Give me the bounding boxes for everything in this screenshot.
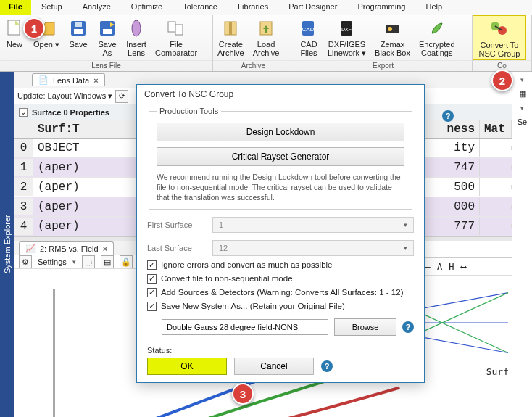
right-sidebar: ▾ ▦ ▾ Se xyxy=(512,72,532,417)
cell[interactable] xyxy=(480,165,512,170)
close-icon[interactable]: × xyxy=(93,76,98,85)
svg-rect-3 xyxy=(75,22,82,27)
svg-rect-5 xyxy=(103,29,112,34)
chk-add-sources[interactable]: ✓ xyxy=(147,288,157,297)
col-mat: Mat xyxy=(480,120,512,138)
lens-icon: 📄 xyxy=(38,75,49,85)
svg-point-17 xyxy=(388,27,392,31)
production-tools-legend: Production Tools xyxy=(157,107,221,115)
grid-icon[interactable]: ▦ xyxy=(519,89,526,99)
production-tools-group: Production Tools Design Lockdown Critica… xyxy=(149,107,412,210)
cell[interactable] xyxy=(480,224,512,228)
menu-partdesigner[interactable]: Part Designer xyxy=(278,0,347,15)
dialog-title: Convert To NSC Group xyxy=(137,85,424,104)
row-idx[interactable]: 3 xyxy=(14,198,33,215)
system-explorer-tab[interactable]: System Explorer xyxy=(0,72,14,417)
svg-line-22 xyxy=(414,293,508,310)
svg-line-25 xyxy=(414,310,508,352)
first-surface-select[interactable]: 1▾ xyxy=(212,217,414,233)
cell[interactable]: ity xyxy=(436,139,480,157)
layout-toolbar[interactable]: ✦ — A H ⟷ xyxy=(410,258,512,276)
chk-convert-nonseq-label: Convert file to non-sequential mode xyxy=(161,274,293,283)
ribbon-encryptedcoatings[interactable]: Encrypted Coatings xyxy=(415,15,460,60)
ribbon-group-export: Export xyxy=(294,60,472,71)
ribbon-save[interactable]: Save xyxy=(64,15,93,60)
cell[interactable] xyxy=(480,205,512,209)
cell[interactable] xyxy=(480,185,512,189)
last-surface-label: Last Surface xyxy=(147,244,205,252)
ribbon-loadarchive[interactable]: Load Archive xyxy=(249,15,284,60)
ribbon-createarchive[interactable]: Create Archive xyxy=(213,15,249,60)
svg-rect-8 xyxy=(175,25,183,35)
chk-convert-nonseq[interactable]: ✓ xyxy=(147,274,157,284)
menubar: File Setup Analyze Optimize Tolerance Li… xyxy=(0,0,532,15)
chk-ignore-errors[interactable]: ✓ xyxy=(147,260,157,270)
menu-help[interactable]: Help xyxy=(415,0,452,15)
chk-ignore-errors-label: Ignore errors and convert as much as pos… xyxy=(161,260,333,269)
surface-properties-label: Surface 0 Properties xyxy=(32,108,109,117)
menu-file[interactable]: File xyxy=(0,0,31,15)
browse-button[interactable]: Browse xyxy=(334,318,396,336)
last-surface-select[interactable]: 12▾ xyxy=(212,240,414,256)
tab-rms-field[interactable]: 📈 2: RMS vs. Field × xyxy=(19,241,114,255)
ribbon-saveas[interactable]: Save As xyxy=(93,15,122,60)
expand-properties[interactable]: ⌄ xyxy=(19,108,28,117)
convert-nsc-dialog: Convert To NSC Group Production Tools De… xyxy=(136,84,425,383)
toolbar-btn[interactable]: ⬚ xyxy=(82,255,95,268)
cell[interactable]: 747 xyxy=(436,159,480,176)
cell[interactable]: 000 xyxy=(436,198,480,215)
help-icon[interactable]: ? xyxy=(402,321,414,333)
chevron-down-icon[interactable]: ▾ xyxy=(520,104,524,112)
callout-1: 1 xyxy=(23,17,45,39)
ribbon-dxfiges[interactable]: DXFDXF/IGES Linework ▾ xyxy=(323,15,370,60)
settings-icon[interactable]: Se xyxy=(518,117,527,126)
tab-lens-data[interactable]: 📄 Lens Data × xyxy=(32,73,105,86)
cell[interactable]: 500 xyxy=(436,178,480,196)
close-icon[interactable]: × xyxy=(103,244,107,253)
toolbar-btn[interactable]: ▤ xyxy=(101,255,114,268)
menu-programming[interactable]: Programming xyxy=(347,0,415,15)
col-ness: ness xyxy=(436,120,480,138)
ribbon-blackbox[interactable]: Zemax Black Box xyxy=(370,15,415,60)
cancel-button[interactable]: Cancel xyxy=(234,358,314,375)
help-icon[interactable]: ? xyxy=(442,110,454,122)
menu-setup[interactable]: Setup xyxy=(31,0,72,15)
menu-analyze[interactable]: Analyze xyxy=(72,0,121,15)
status-label: Status: xyxy=(147,346,414,355)
chk-add-sources-label: Add Sources & Detectors (Warning: Conver… xyxy=(161,288,404,297)
toolbar-btn[interactable]: 🔒 xyxy=(120,255,133,268)
svg-text:CAD: CAD xyxy=(302,26,315,33)
row-idx[interactable]: 4 xyxy=(14,218,33,235)
tab-rms-label: 2: RMS vs. Field xyxy=(40,244,99,253)
gear-icon[interactable]: ⚙ xyxy=(19,255,32,268)
layout-canvas: Surf xyxy=(410,276,512,379)
menu-libraries[interactable]: Libraries xyxy=(228,0,278,15)
ribbon-group-archive: Archive xyxy=(213,60,294,71)
surf-label: Surf xyxy=(486,366,509,377)
first-surface-label: First Surface xyxy=(147,220,205,229)
svg-line-24 xyxy=(414,336,508,353)
row-idx[interactable]: 2 xyxy=(14,178,33,196)
settings-label[interactable]: Settings xyxy=(38,257,67,266)
critical-rayset-button[interactable]: Critical Rayset Generator xyxy=(157,147,404,166)
menu-tolerance[interactable]: Tolerance xyxy=(173,0,228,15)
cell[interactable]: 777 xyxy=(436,218,480,235)
callout-2: 2 xyxy=(491,70,513,91)
chevron-down-icon[interactable]: ▾ xyxy=(520,76,524,83)
refresh-icon[interactable]: ⟳ xyxy=(115,90,128,103)
ribbon-convert-nsc[interactable]: Convert To NSC Group xyxy=(473,15,526,60)
chk-save-new-label: Save New System As... (Retain your Origi… xyxy=(161,302,345,310)
ok-button[interactable]: OK xyxy=(147,358,227,375)
row-idx[interactable]: 1 xyxy=(14,159,33,176)
menu-optimize[interactable]: Optimize xyxy=(121,0,173,15)
help-icon[interactable]: ? xyxy=(321,360,333,372)
ribbon-cadfiles[interactable]: CADCAD Files xyxy=(294,15,323,60)
cell[interactable] xyxy=(480,146,512,150)
save-filename-input[interactable] xyxy=(162,319,328,335)
row-idx[interactable]: 0 xyxy=(14,139,33,157)
update-layout-dropdown[interactable]: Update: Layout Windows ▾ xyxy=(17,91,112,101)
ribbon-filecomparator[interactable]: File Comparator xyxy=(151,15,201,60)
design-lockdown-button[interactable]: Design Lockdown xyxy=(157,123,404,141)
ribbon-insertlens[interactable]: Insert Lens xyxy=(122,15,151,60)
chk-save-new[interactable]: ✓ xyxy=(147,302,157,311)
